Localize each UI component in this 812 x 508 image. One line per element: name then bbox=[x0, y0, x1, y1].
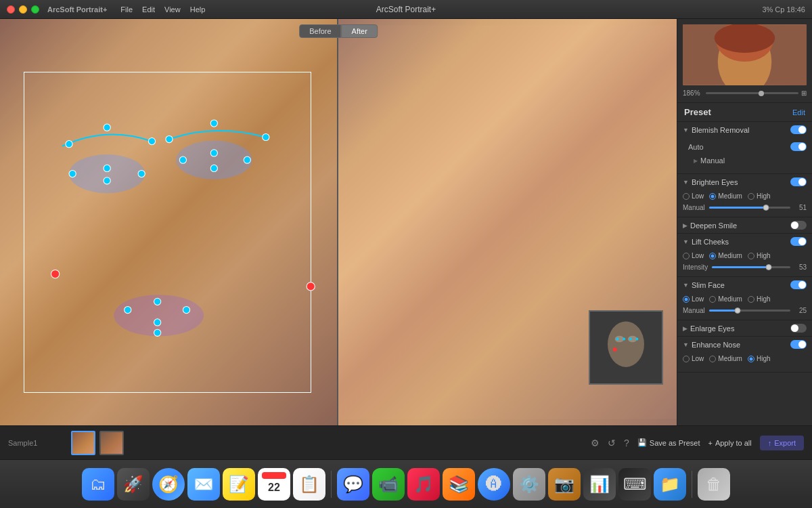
zoom-thumb[interactable] bbox=[759, 91, 764, 96]
dock-activity[interactable]: 📊 bbox=[583, 468, 616, 501]
brighten-low-radio[interactable] bbox=[683, 193, 690, 200]
refresh-icon[interactable]: ↺ bbox=[608, 438, 616, 448]
menu-edit[interactable]: Edit bbox=[142, 5, 155, 14]
blemish-toggle[interactable] bbox=[790, 125, 807, 134]
nose-high-option[interactable]: High bbox=[748, 355, 771, 362]
dock-calendar[interactable]: 22 bbox=[258, 468, 290, 501]
section-slim-label: Slim Face bbox=[692, 281, 788, 289]
section-nose-header[interactable]: ▼ Enhance Nose bbox=[677, 337, 812, 352]
minimize-button[interactable] bbox=[19, 5, 27, 14]
brighten-low-option[interactable]: Low bbox=[683, 192, 704, 200]
dock-books[interactable]: 📚 bbox=[443, 468, 475, 501]
after-panel bbox=[338, 19, 677, 425]
filmstrip bbox=[71, 431, 124, 455]
cheeks-toggle[interactable] bbox=[790, 237, 807, 246]
dock-preferences[interactable]: ⚙️ bbox=[513, 468, 545, 501]
nose-medium-option[interactable]: Medium bbox=[709, 355, 742, 362]
maximize-button[interactable] bbox=[31, 5, 39, 14]
section-enlarge-header[interactable]: ▶ Enlarge Eyes bbox=[677, 320, 812, 336]
nose-low-radio[interactable] bbox=[683, 356, 690, 362]
smile-toggle[interactable] bbox=[790, 221, 807, 230]
menu-help[interactable]: Help bbox=[190, 5, 206, 14]
auto-toggle[interactable] bbox=[790, 142, 807, 151]
section-blemish-header[interactable]: ▼ Blemish Removal bbox=[677, 122, 812, 137]
settings-icon[interactable]: ⚙ bbox=[591, 438, 600, 448]
preset-edit-button[interactable]: Edit bbox=[792, 108, 805, 117]
menu-bar: File Edit View Help bbox=[120, 5, 205, 14]
slim-body: Low Medium High Manual bbox=[677, 293, 812, 320]
brighten-high-option[interactable]: High bbox=[748, 192, 771, 200]
zoom-slider[interactable] bbox=[706, 92, 798, 94]
dock-music[interactable]: 🎵 bbox=[407, 468, 440, 501]
dock-photo[interactable]: 📷 bbox=[548, 468, 581, 501]
brighten-slider-row: Manual 51 bbox=[683, 204, 807, 211]
tab-after[interactable]: After bbox=[342, 24, 378, 38]
nose-high-radio[interactable] bbox=[748, 356, 754, 362]
section-cheeks-header[interactable]: ▼ Lift Cheeks bbox=[677, 234, 812, 249]
cheeks-high-radio[interactable] bbox=[748, 253, 754, 259]
enlarge-toggle[interactable] bbox=[790, 324, 807, 333]
slim-slider-knob[interactable] bbox=[734, 308, 740, 314]
dock-trash[interactable]: 🗑 bbox=[698, 468, 730, 501]
app-name: ArcSoft Portrait+ bbox=[47, 5, 107, 14]
filmstrip-thumb-1[interactable] bbox=[71, 431, 95, 455]
dock-mail[interactable]: ✉️ bbox=[187, 468, 220, 501]
save-preset-button[interactable]: 💾 Save as Preset bbox=[637, 438, 700, 447]
slim-medium-option[interactable]: Medium bbox=[709, 295, 742, 303]
close-button[interactable] bbox=[7, 5, 15, 14]
sample-label[interactable]: Sample1 bbox=[8, 439, 37, 447]
brighten-high-radio[interactable] bbox=[748, 193, 754, 200]
menu-file[interactable]: File bbox=[120, 5, 133, 14]
cheeks-medium-radio[interactable] bbox=[709, 253, 716, 259]
menu-view[interactable]: View bbox=[164, 5, 181, 14]
section-slim-face: ▼ Slim Face Low Medium High bbox=[677, 277, 812, 320]
dock-reminders[interactable]: 📋 bbox=[293, 468, 325, 501]
cheeks-slider-track[interactable] bbox=[712, 266, 790, 268]
dock-folder[interactable]: 📁 bbox=[654, 468, 686, 501]
manual-item[interactable]: ▶ Manual bbox=[683, 153, 807, 168]
section-brighten-header[interactable]: ▼ Brighten Eyes bbox=[677, 174, 812, 190]
brighten-toggle[interactable] bbox=[790, 177, 807, 186]
section-smile-header[interactable]: ▶ Deepen Smile bbox=[677, 217, 812, 233]
slim-low-radio[interactable] bbox=[683, 296, 690, 303]
slim-toggle[interactable] bbox=[790, 280, 807, 289]
dock-finder[interactable]: 🗂 bbox=[82, 468, 114, 501]
cheeks-high-option[interactable]: High bbox=[748, 252, 771, 259]
nose-toggle[interactable] bbox=[790, 340, 807, 349]
manual-label: Manual bbox=[700, 156, 725, 165]
apply-all-label: Apply to all bbox=[715, 439, 752, 447]
slim-slider-track[interactable] bbox=[709, 310, 790, 312]
brighten-medium-option[interactable]: Medium bbox=[709, 192, 742, 200]
dock-appstore[interactable]: 🅐 bbox=[478, 468, 510, 501]
tab-before[interactable]: Before bbox=[299, 24, 341, 38]
dock-safari[interactable]: 🧭 bbox=[152, 468, 185, 501]
brighten-slider-track[interactable] bbox=[709, 207, 790, 209]
cheeks-low-radio[interactable] bbox=[683, 253, 690, 259]
brighten-body: Low Medium High Manual bbox=[677, 190, 812, 217]
dock-facetime[interactable]: 📹 bbox=[372, 468, 405, 501]
section-slim-header[interactable]: ▼ Slim Face bbox=[677, 277, 812, 293]
dock-launchpad[interactable]: 🚀 bbox=[117, 468, 150, 501]
slim-high-radio[interactable] bbox=[748, 296, 754, 303]
cheeks-medium-option[interactable]: Medium bbox=[709, 252, 742, 259]
cheeks-low-option[interactable]: Low bbox=[683, 252, 704, 259]
slim-medium-radio[interactable] bbox=[709, 296, 716, 303]
overlay-thumb-svg bbox=[590, 312, 662, 383]
dock-messages[interactable]: 💬 bbox=[337, 468, 369, 501]
titlebar: ArcSoft Portrait+ File Edit View Help Ar… bbox=[0, 0, 812, 19]
cheeks-slider-knob[interactable] bbox=[765, 264, 771, 270]
dock-terminal[interactable]: ⌨ bbox=[618, 468, 651, 501]
export-button[interactable]: ↑ Export bbox=[760, 436, 804, 450]
nose-medium-radio[interactable] bbox=[709, 356, 716, 362]
filmstrip-thumb-2[interactable] bbox=[99, 431, 124, 455]
cheeks-slider-label: Intensity bbox=[683, 263, 708, 271]
apply-all-button[interactable]: + Apply to all bbox=[708, 439, 751, 447]
slim-high-option[interactable]: High bbox=[748, 295, 771, 303]
brighten-medium-radio[interactable] bbox=[709, 193, 716, 200]
brighten-slider-knob[interactable] bbox=[763, 205, 769, 211]
dock-notes[interactable]: 📝 bbox=[223, 468, 255, 501]
help-icon[interactable]: ? bbox=[624, 438, 629, 448]
nose-low-option[interactable]: Low bbox=[683, 355, 704, 362]
thumb-image-1 bbox=[72, 432, 94, 454]
slim-low-option[interactable]: Low bbox=[683, 295, 704, 303]
